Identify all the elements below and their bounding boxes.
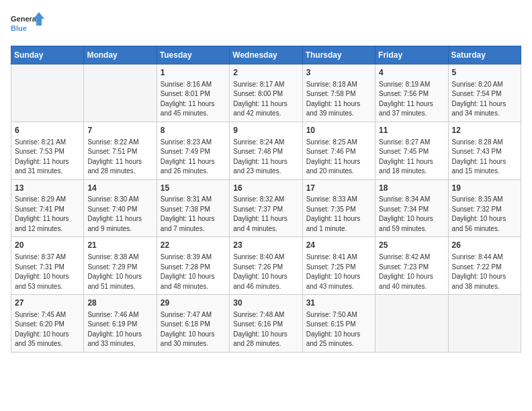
calendar-header-saturday: Saturday <box>448 46 521 64</box>
calendar-cell: 2Sunrise: 8:17 AM Sunset: 8:00 PM Daylig… <box>230 64 302 122</box>
day-number: 21 <box>87 240 152 251</box>
day-info: Sunrise: 8:27 AM Sunset: 7:45 PM Dayligh… <box>379 138 444 177</box>
day-info: Sunrise: 8:24 AM Sunset: 7:48 PM Dayligh… <box>233 138 298 177</box>
day-info: Sunrise: 8:37 AM Sunset: 7:31 PM Dayligh… <box>15 253 80 291</box>
calendar-cell: 30Sunrise: 7:48 AM Sunset: 6:16 PM Dayli… <box>230 295 302 353</box>
day-info: Sunrise: 8:29 AM Sunset: 7:41 PM Dayligh… <box>15 195 80 234</box>
day-number: 1 <box>161 67 226 79</box>
day-number: 11 <box>379 125 444 136</box>
calendar-cell: 27Sunrise: 7:45 AM Sunset: 6:20 PM Dayli… <box>11 295 84 353</box>
day-info: Sunrise: 8:38 AM Sunset: 7:29 PM Dayligh… <box>87 253 152 291</box>
calendar-cell: 26Sunrise: 8:44 AM Sunset: 7:22 PM Dayli… <box>448 237 521 295</box>
calendar-cell <box>84 64 157 122</box>
calendar-cell: 14Sunrise: 8:30 AM Sunset: 7:40 PM Dayli… <box>84 179 157 237</box>
calendar-cell: 9Sunrise: 8:24 AM Sunset: 7:48 PM Daylig… <box>230 122 302 179</box>
day-number: 15 <box>161 183 226 194</box>
calendar-cell: 10Sunrise: 8:25 AM Sunset: 7:46 PM Dayli… <box>302 122 375 179</box>
calendar-cell: 16Sunrise: 8:32 AM Sunset: 7:37 PM Dayli… <box>230 179 302 237</box>
day-info: Sunrise: 7:48 AM Sunset: 6:16 PM Dayligh… <box>233 310 298 349</box>
day-info: Sunrise: 8:42 AM Sunset: 7:23 PM Dayligh… <box>379 253 444 291</box>
calendar-week-row: 27Sunrise: 7:45 AM Sunset: 6:20 PM Dayli… <box>11 295 521 353</box>
calendar-cell: 29Sunrise: 7:47 AM Sunset: 6:18 PM Dayli… <box>157 295 229 353</box>
calendar-cell: 8Sunrise: 8:23 AM Sunset: 7:49 PM Daylig… <box>157 122 229 179</box>
day-info: Sunrise: 8:33 AM Sunset: 7:35 PM Dayligh… <box>306 195 371 234</box>
logo-icon: General Blue <box>11 11 44 39</box>
page-header: General Blue <box>11 11 521 39</box>
calendar-week-row: 20Sunrise: 8:37 AM Sunset: 7:31 PM Dayli… <box>11 237 521 295</box>
calendar-week-row: 13Sunrise: 8:29 AM Sunset: 7:41 PM Dayli… <box>11 179 521 237</box>
day-number: 24 <box>306 240 371 251</box>
calendar-header-row: SundayMondayTuesdayWednesdayThursdayFrid… <box>11 46 521 64</box>
day-number: 26 <box>452 240 517 251</box>
day-number: 8 <box>161 125 226 136</box>
calendar-cell: 31Sunrise: 7:50 AM Sunset: 6:15 PM Dayli… <box>302 295 375 353</box>
day-info: Sunrise: 8:35 AM Sunset: 7:32 PM Dayligh… <box>452 195 517 234</box>
day-info: Sunrise: 8:34 AM Sunset: 7:34 PM Dayligh… <box>379 195 444 234</box>
calendar-cell: 24Sunrise: 8:41 AM Sunset: 7:25 PM Dayli… <box>302 237 375 295</box>
calendar-header-thursday: Thursday <box>302 46 375 64</box>
calendar-cell: 1Sunrise: 8:16 AM Sunset: 8:01 PM Daylig… <box>157 64 229 122</box>
day-number: 19 <box>452 183 517 194</box>
day-info: Sunrise: 8:39 AM Sunset: 7:28 PM Dayligh… <box>161 253 226 291</box>
day-info: Sunrise: 8:25 AM Sunset: 7:46 PM Dayligh… <box>306 138 371 177</box>
day-number: 28 <box>87 298 152 309</box>
day-info: Sunrise: 8:20 AM Sunset: 7:54 PM Dayligh… <box>452 80 517 119</box>
day-info: Sunrise: 7:47 AM Sunset: 6:18 PM Dayligh… <box>161 310 226 349</box>
day-number: 9 <box>233 125 298 136</box>
day-info: Sunrise: 7:46 AM Sunset: 6:19 PM Dayligh… <box>87 310 152 349</box>
day-number: 22 <box>161 240 226 251</box>
day-number: 23 <box>233 240 298 251</box>
day-number: 12 <box>452 125 517 136</box>
day-info: Sunrise: 8:22 AM Sunset: 7:51 PM Dayligh… <box>87 138 152 177</box>
calendar-cell <box>375 295 448 353</box>
day-number: 25 <box>379 240 444 251</box>
calendar-cell: 28Sunrise: 7:46 AM Sunset: 6:19 PM Dayli… <box>84 295 157 353</box>
day-number: 20 <box>15 240 80 251</box>
day-number: 31 <box>306 298 371 309</box>
day-info: Sunrise: 8:40 AM Sunset: 7:26 PM Dayligh… <box>233 253 298 291</box>
calendar-cell: 12Sunrise: 8:28 AM Sunset: 7:43 PM Dayli… <box>448 122 521 179</box>
day-info: Sunrise: 8:32 AM Sunset: 7:37 PM Dayligh… <box>233 195 298 234</box>
calendar-cell: 21Sunrise: 8:38 AM Sunset: 7:29 PM Dayli… <box>84 237 157 295</box>
day-number: 2 <box>233 67 298 79</box>
day-info: Sunrise: 8:44 AM Sunset: 7:22 PM Dayligh… <box>452 253 517 291</box>
calendar-header-monday: Monday <box>84 46 157 64</box>
day-info: Sunrise: 8:17 AM Sunset: 8:00 PM Dayligh… <box>233 80 298 119</box>
day-number: 29 <box>161 298 226 309</box>
day-number: 30 <box>233 298 298 309</box>
day-number: 14 <box>87 183 152 194</box>
calendar-cell: 5Sunrise: 8:20 AM Sunset: 7:54 PM Daylig… <box>448 64 521 122</box>
calendar-cell: 3Sunrise: 8:18 AM Sunset: 7:58 PM Daylig… <box>302 64 375 122</box>
calendar-table: SundayMondayTuesdayWednesdayThursdayFrid… <box>11 46 521 353</box>
calendar-week-row: 1Sunrise: 8:16 AM Sunset: 8:01 PM Daylig… <box>11 64 521 122</box>
day-number: 3 <box>306 67 371 79</box>
day-info: Sunrise: 7:45 AM Sunset: 6:20 PM Dayligh… <box>15 310 80 349</box>
calendar-cell: 15Sunrise: 8:31 AM Sunset: 7:38 PM Dayli… <box>157 179 229 237</box>
calendar-cell: 22Sunrise: 8:39 AM Sunset: 7:28 PM Dayli… <box>157 237 229 295</box>
calendar-cell: 4Sunrise: 8:19 AM Sunset: 7:56 PM Daylig… <box>375 64 448 122</box>
calendar-cell: 6Sunrise: 8:21 AM Sunset: 7:53 PM Daylig… <box>11 122 84 179</box>
calendar-cell: 25Sunrise: 8:42 AM Sunset: 7:23 PM Dayli… <box>375 237 448 295</box>
calendar-header-tuesday: Tuesday <box>157 46 229 64</box>
day-info: Sunrise: 8:28 AM Sunset: 7:43 PM Dayligh… <box>452 138 517 177</box>
calendar-cell: 18Sunrise: 8:34 AM Sunset: 7:34 PM Dayli… <box>375 179 448 237</box>
day-number: 13 <box>15 183 80 194</box>
calendar-week-row: 6Sunrise: 8:21 AM Sunset: 7:53 PM Daylig… <box>11 122 521 179</box>
calendar-cell: 19Sunrise: 8:35 AM Sunset: 7:32 PM Dayli… <box>448 179 521 237</box>
day-info: Sunrise: 8:30 AM Sunset: 7:40 PM Dayligh… <box>87 195 152 234</box>
day-number: 5 <box>452 67 517 79</box>
day-info: Sunrise: 8:19 AM Sunset: 7:56 PM Dayligh… <box>379 80 444 119</box>
day-number: 7 <box>87 125 152 136</box>
day-info: Sunrise: 8:41 AM Sunset: 7:25 PM Dayligh… <box>306 253 371 291</box>
calendar-header-friday: Friday <box>375 46 448 64</box>
svg-marker-2 <box>34 12 44 26</box>
day-number: 27 <box>15 298 80 309</box>
day-number: 18 <box>379 183 444 194</box>
calendar-cell <box>11 64 84 122</box>
calendar-header-wednesday: Wednesday <box>230 46 302 64</box>
calendar-cell <box>448 295 521 353</box>
calendar-cell: 20Sunrise: 8:37 AM Sunset: 7:31 PM Dayli… <box>11 237 84 295</box>
calendar-cell: 11Sunrise: 8:27 AM Sunset: 7:45 PM Dayli… <box>375 122 448 179</box>
day-info: Sunrise: 7:50 AM Sunset: 6:15 PM Dayligh… <box>306 310 371 349</box>
day-info: Sunrise: 8:21 AM Sunset: 7:53 PM Dayligh… <box>15 138 80 177</box>
